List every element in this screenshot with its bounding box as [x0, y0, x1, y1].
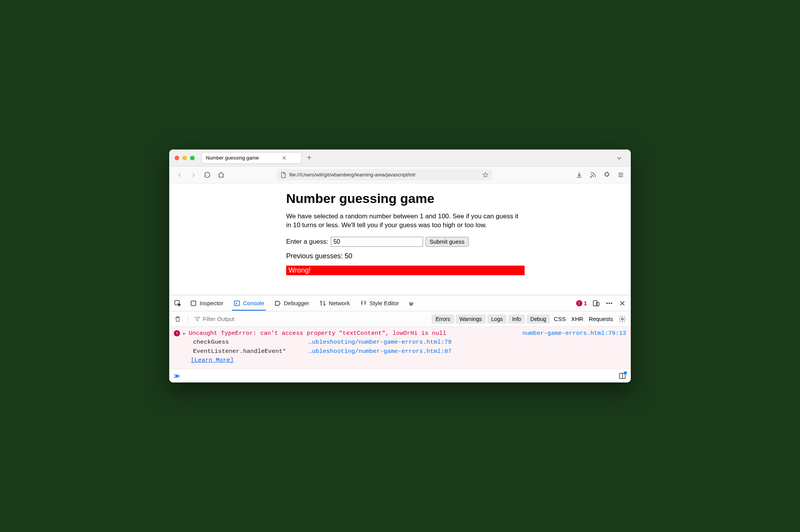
error-count-badge[interactable]: ! 1 — [576, 300, 587, 306]
tab-debugger-label: Debugger — [284, 300, 309, 306]
pill-debug[interactable]: Debug — [527, 314, 550, 324]
page-title: Number guessing game — [286, 191, 525, 206]
stack-frame: checkGuess …ubleshooting/number-game-err… — [193, 338, 626, 347]
back-button[interactable] — [175, 171, 184, 179]
submit-guess-button[interactable]: Submit guess — [425, 237, 469, 247]
close-devtools-button[interactable] — [618, 299, 626, 307]
error-badge-icon: ! — [576, 300, 582, 306]
downloads-button[interactable] — [575, 171, 583, 179]
pill-logs[interactable]: Logs — [487, 314, 507, 324]
prompt-chevron-icon: ≫ — [174, 372, 180, 379]
filter-icon — [194, 316, 200, 322]
notification-dot-icon — [624, 371, 627, 374]
forward-button[interactable] — [189, 171, 198, 179]
error-source-link[interactable]: number-game-errors.html:79:13 — [522, 329, 626, 338]
bookmark-star-icon[interactable] — [482, 172, 488, 178]
tab-styleeditor[interactable]: Style Editor — [358, 297, 401, 310]
filter-requests[interactable]: Requests — [589, 316, 613, 322]
filter-pills: Errors Warnings Logs Info Debug — [432, 314, 550, 324]
page-description: We have selected a random number between… — [286, 212, 525, 230]
window-controls — [175, 156, 195, 160]
learn-more-link[interactable]: [Learn More] — [191, 356, 626, 365]
browser-window: Number guessing game ✕ + file:///Users/w… — [169, 150, 631, 382]
new-tab-button[interactable]: + — [307, 153, 312, 162]
extensions-button[interactable] — [603, 171, 611, 179]
browser-tab[interactable]: Number guessing game ✕ — [202, 152, 302, 164]
console-input-row[interactable]: ≫ — [169, 369, 631, 382]
svg-point-6 — [607, 303, 608, 304]
responsive-mode-button[interactable] — [592, 299, 600, 307]
titlebar: Number guessing game ✕ + — [169, 150, 631, 166]
tab-inspector[interactable]: Inspector — [188, 297, 225, 310]
pill-warnings[interactable]: Warnings — [456, 314, 486, 324]
result-banner: Wrong! — [286, 266, 525, 275]
error-count: 1 — [584, 300, 587, 306]
console-settings-button[interactable] — [618, 315, 626, 323]
clear-console-button[interactable] — [174, 315, 182, 323]
tabs-overflow-button[interactable] — [613, 153, 625, 163]
tab-console[interactable]: Console — [232, 297, 266, 311]
devtools: Inspector Console Debugger Network Style… — [169, 295, 631, 382]
maximize-window-button[interactable] — [190, 156, 195, 160]
filter-css[interactable]: CSS — [554, 316, 566, 322]
stack-path-link[interactable]: …ubleshooting/number-game-errors.html:79 — [308, 338, 452, 347]
stack-fn: checkGuess — [193, 338, 308, 347]
pill-info[interactable]: Info — [508, 314, 525, 324]
tab-styleeditor-label: Style Editor — [370, 300, 399, 306]
stack-fn: EventListener.handleEvent* — [193, 347, 308, 356]
console-filterbar: Errors Warnings Logs Info Debug CSS XHR … — [169, 311, 631, 327]
error-message: Uncaught TypeError: can't access propert… — [189, 329, 520, 338]
filter-xhr[interactable]: XHR — [571, 316, 583, 322]
editor-toggle-button[interactable] — [618, 372, 626, 380]
devtools-menu-button[interactable] — [605, 299, 613, 307]
svg-rect-2 — [191, 301, 196, 306]
tab-network[interactable]: Network — [318, 297, 352, 310]
stack-frame: EventListener.handleEvent* …ubleshooting… — [193, 347, 626, 356]
svg-rect-3 — [234, 301, 240, 306]
file-icon — [281, 172, 286, 178]
disclosure-triangle[interactable]: ▶ — [183, 331, 186, 337]
home-button[interactable] — [217, 171, 225, 179]
close-tab-button[interactable]: ✕ — [282, 155, 287, 161]
svg-point-9 — [622, 318, 623, 320]
close-window-button[interactable] — [175, 156, 179, 160]
tab-title: Number guessing game — [206, 155, 259, 161]
guess-form: Enter a guess: Submit guess — [286, 237, 525, 247]
console-output: ! ▶ Uncaught TypeError: can't access pro… — [169, 327, 631, 369]
svg-point-8 — [611, 303, 612, 304]
filter-output-input[interactable] — [203, 316, 272, 322]
tab-network-label: Network — [329, 300, 350, 306]
devtools-tabs: Inspector Console Debugger Network Style… — [169, 295, 631, 311]
page-content: Number guessing game We have selected a … — [169, 183, 631, 295]
reload-button[interactable] — [203, 171, 212, 179]
app-menu-button[interactable] — [617, 171, 625, 179]
stack-trace: checkGuess …ubleshooting/number-game-err… — [193, 338, 626, 356]
error-icon: ! — [174, 330, 180, 336]
stack-path-link[interactable]: …ubleshooting/number-game-errors.html:87 — [308, 347, 452, 356]
previous-guesses: Previous guesses: 50 — [286, 252, 525, 260]
console-error-row: ! ▶ Uncaught TypeError: can't access pro… — [174, 329, 626, 338]
minimize-window-button[interactable] — [182, 156, 187, 160]
guess-input[interactable] — [331, 237, 423, 247]
guess-label: Enter a guess: — [286, 238, 328, 246]
tab-debugger[interactable]: Debugger — [273, 297, 311, 310]
toolbar: file:///Users/will/git/wbamberg/learning… — [169, 166, 631, 183]
svg-point-7 — [608, 303, 610, 304]
url-text: file:///Users/will/git/wbamberg/learning… — [289, 172, 479, 178]
svg-point-0 — [591, 176, 592, 177]
pill-errors[interactable]: Errors — [432, 314, 454, 324]
filter-input-wrap — [194, 316, 272, 322]
tab-console-label: Console — [243, 300, 264, 306]
element-picker-button[interactable] — [174, 299, 182, 307]
feed-icon[interactable] — [589, 171, 597, 179]
tab-inspector-label: Inspector — [200, 300, 223, 306]
address-bar[interactable]: file:///Users/will/git/wbamberg/learning… — [277, 169, 492, 181]
tabs-overflow-devtools[interactable] — [407, 299, 415, 307]
